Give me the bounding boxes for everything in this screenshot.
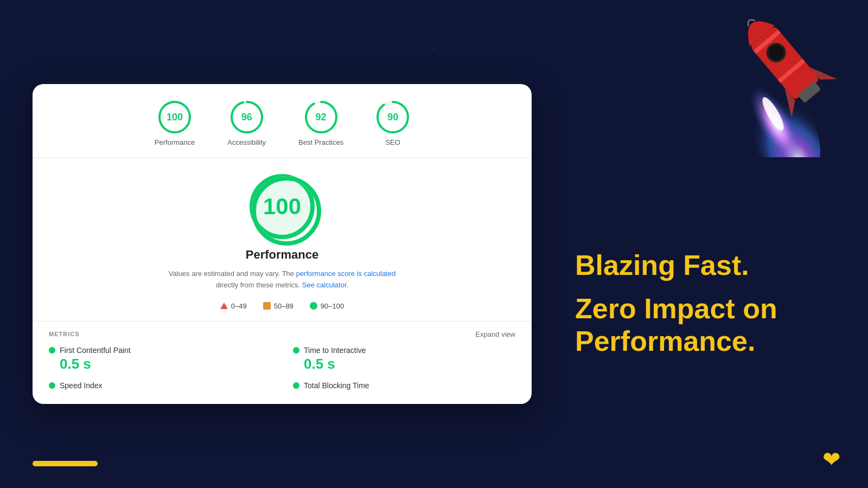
metric-item-fcp: First Contentful Paint 0.5 s [49, 346, 271, 373]
legend-item-low: 0–49 [220, 302, 247, 310]
score-label-accessibility: Accessibility [227, 138, 266, 146]
heart-icon: ❤ [822, 447, 841, 472]
legend-item-high: 90–100 [310, 302, 344, 310]
metric-dot-fcp [49, 347, 55, 354]
score-value-seo: 90 [387, 112, 398, 123]
score-label-performance: Performance [155, 138, 195, 146]
metric-name-tti: Time to Interactive [304, 346, 366, 355]
metric-dot-si [49, 382, 55, 389]
performance-desc: Values are estimated and may vary. The p… [169, 268, 395, 291]
metric-header-si: Speed Index [49, 381, 271, 390]
score-label-best-practices: Best Practices [298, 138, 343, 146]
desc-link1[interactable]: performance score is calculated [296, 269, 396, 278]
metric-dot-tti [293, 347, 299, 354]
main-container: 100 Performance 96 Accessibility [0, 0, 868, 488]
score-item-accessibility[interactable]: 96 Accessibility [227, 100, 266, 146]
score-value-accessibility: 96 [241, 112, 252, 123]
score-item-seo[interactable]: 90 SEO [376, 100, 410, 146]
metric-name-si: Speed Index [60, 381, 103, 390]
score-value-performance: 100 [167, 112, 183, 123]
legend-triangle-icon [220, 303, 228, 309]
legend-square-icon [263, 302, 271, 310]
metric-value-fcp: 0.5 s [49, 356, 271, 373]
legend-dot-icon [310, 302, 317, 310]
metrics-title: METRICS [49, 331, 80, 337]
legend-item-mid: 50–89 [263, 302, 293, 310]
metric-header-tbt: Total Blocking Time [293, 381, 515, 390]
score-item-performance[interactable]: 100 Performance [155, 100, 195, 146]
tagline-secondary-line1: Zero Impact on [575, 293, 777, 324]
tagline-secondary-line2: Performance. [575, 325, 755, 357]
metric-header-tti: Time to Interactive [293, 346, 515, 355]
tagline-container: Blazing Fast. Zero Impact on Performance… [575, 249, 835, 357]
desc-link2[interactable]: See calculator [302, 281, 347, 289]
bottom-decorative-bar [33, 461, 98, 466]
legend-range-mid: 50–89 [274, 302, 293, 310]
rocket-illustration [705, 0, 868, 157]
left-panel: 100 Performance 96 Accessibility [0, 0, 564, 488]
legend-range-high: 90–100 [321, 302, 344, 310]
metric-name-tbt: Total Blocking Time [304, 381, 369, 390]
performance-section: 100 Performance Values are estimated and… [33, 158, 532, 321]
main-score-value: 100 [263, 194, 301, 220]
score-value-best-practices: 92 [316, 112, 327, 123]
metric-header-fcp: First Contentful Paint [49, 346, 271, 355]
metrics-grid: First Contentful Paint 0.5 s Time to Int… [49, 346, 515, 390]
metric-name-fcp: First Contentful Paint [60, 346, 131, 355]
desc-suffix: . [347, 281, 349, 289]
performance-title: Performance [246, 248, 319, 262]
metrics-section: METRICS Expand view First Contentful Pai… [33, 321, 532, 399]
tagline-primary: Blazing Fast. [575, 249, 835, 282]
metric-item-si: Speed Index [49, 381, 271, 390]
scores-row: 100 Performance 96 Accessibility [33, 84, 532, 158]
lighthouse-card: 100 Performance 96 Accessibility [33, 84, 532, 404]
rocket-container [705, 0, 868, 157]
metrics-header: METRICS Expand view [49, 330, 515, 338]
large-score-circle: 100 [250, 174, 315, 239]
score-item-best-practices[interactable]: 92 Best Practices [298, 100, 343, 146]
metric-value-tti: 0.5 s [293, 356, 515, 373]
expand-view-button[interactable]: Expand view [475, 330, 515, 338]
right-panel: Blazing Fast. Zero Impact on Performance… [564, 0, 868, 488]
metric-item-tti: Time to Interactive 0.5 s [293, 346, 515, 373]
desc-middle: directly from these metrics. [216, 281, 300, 289]
tagline-secondary: Zero Impact on Performance. [575, 293, 835, 358]
score-label-seo: SEO [385, 138, 400, 146]
desc-prefix: Values are estimated and may vary. The [169, 269, 296, 278]
metric-item-tbt: Total Blocking Time [293, 381, 515, 390]
metric-dot-tbt [293, 382, 299, 389]
legend-range-low: 0–49 [231, 302, 247, 310]
legend-row: 0–49 50–89 90–100 [220, 302, 344, 310]
